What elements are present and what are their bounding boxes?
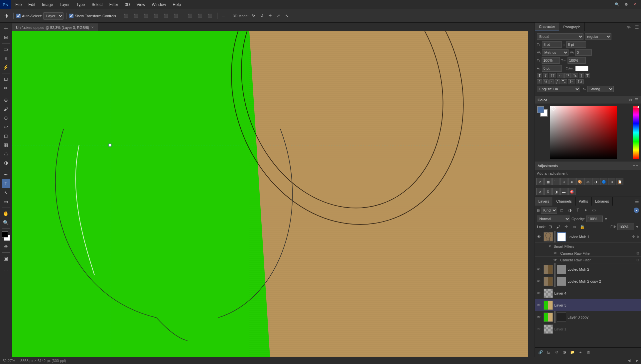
menu-view[interactable]: View bbox=[133, 0, 149, 9]
filter-adj[interactable]: ◑ bbox=[567, 207, 573, 214]
close-btn[interactable]: ✕ bbox=[631, 0, 638, 9]
filter-type[interactable]: T bbox=[575, 207, 581, 214]
menu-type[interactable]: Type bbox=[73, 0, 88, 9]
layer-eye-1[interactable]: 👁 bbox=[537, 234, 542, 239]
tool-extra[interactable]: ⋯ bbox=[2, 266, 10, 274]
btn-new-layer[interactable]: + bbox=[577, 349, 584, 356]
underline-btn[interactable]: T bbox=[579, 73, 584, 78]
layer-3-copy[interactable]: 👁 Layer 3 copy bbox=[535, 311, 641, 323]
layer-smart-filters[interactable]: ▼ Smart Filters bbox=[535, 243, 641, 250]
3d-slide[interactable]: ⤢ bbox=[275, 12, 282, 20]
menu-edit[interactable]: Edit bbox=[25, 0, 39, 9]
layer-1[interactable]: 👁 Layer 1 bbox=[535, 323, 641, 335]
adj-selective-color[interactable]: 🎯 bbox=[568, 188, 576, 195]
layer-eye-2[interactable]: 👁 bbox=[537, 267, 542, 272]
tool-brush[interactable]: 🖌 bbox=[2, 105, 10, 113]
3d-pan[interactable]: ✛ bbox=[267, 12, 274, 20]
layers-tab-layers[interactable]: Layers bbox=[535, 197, 553, 206]
menu-window[interactable]: Window bbox=[149, 0, 170, 9]
adj-hsl[interactable]: 🎨 bbox=[576, 178, 583, 185]
distribute-3[interactable]: ⬛ bbox=[206, 12, 214, 20]
tool-history-brush[interactable]: ↩ bbox=[2, 123, 10, 131]
options-btn[interactable]: ⚙ bbox=[623, 0, 630, 9]
tool-crop[interactable]: ⊡ bbox=[2, 75, 10, 83]
text-color-swatch[interactable] bbox=[575, 66, 588, 71]
leading-input[interactable] bbox=[566, 41, 586, 48]
frac-btn[interactable]: ½ bbox=[543, 79, 549, 84]
font-size-input[interactable] bbox=[542, 41, 562, 48]
align-center-h[interactable]: ⬛ bbox=[132, 12, 140, 20]
adj-photo-filter[interactable]: 🔵 bbox=[600, 178, 607, 185]
titling-btn[interactable]: Tₐ bbox=[561, 79, 567, 84]
foreground-color-swatch[interactable] bbox=[2, 231, 8, 237]
layers-kind-select[interactable]: Kind bbox=[541, 207, 557, 214]
tool-clone[interactable]: ⊙ bbox=[2, 114, 10, 122]
align-bottom[interactable]: ⬛ bbox=[172, 12, 180, 20]
layer-eye-crf2[interactable]: 👁 bbox=[554, 258, 559, 262]
lock-all[interactable]: 🔒 bbox=[579, 224, 585, 230]
kerning-select[interactable]: MetricsOptical0 bbox=[542, 49, 569, 56]
lock-transparent[interactable]: ⊡ bbox=[547, 224, 554, 230]
baseline-input[interactable] bbox=[542, 65, 562, 72]
fill-input[interactable] bbox=[617, 224, 634, 230]
tool-quick-select[interactable]: ⚡ bbox=[2, 63, 10, 71]
color-picker-canvas[interactable] bbox=[550, 106, 617, 159]
align-center-v[interactable]: ⬛ bbox=[162, 12, 170, 20]
adj-channel-mixer[interactable]: ⊕ bbox=[608, 178, 615, 185]
filter-toggle[interactable]: ● bbox=[634, 208, 639, 213]
menu-filter[interactable]: Filter bbox=[106, 0, 122, 9]
tool-blur[interactable]: ◌ bbox=[2, 149, 10, 158]
superscript-btn[interactable]: T¹ bbox=[564, 73, 571, 78]
color-panel-expand[interactable]: ≫ bbox=[628, 97, 633, 102]
tool-healing[interactable]: ⊕ bbox=[2, 96, 10, 104]
layers-tab-libraries[interactable]: Libraries bbox=[592, 197, 613, 206]
disc-lig-btn[interactable]: 1½ bbox=[576, 79, 584, 84]
btn-new-group[interactable]: 📁 bbox=[569, 349, 576, 356]
menu-file[interactable]: File bbox=[12, 0, 25, 9]
layer-lovlec-muh-1[interactable]: 👁 Lovlec Muh 1 ⚙ ⊕ bbox=[535, 231, 641, 243]
crf1-blend[interactable]: ⊡ bbox=[636, 251, 639, 255]
tab-character[interactable]: Character bbox=[535, 23, 559, 31]
antialias-select[interactable]: StrongSmoothCrispNone bbox=[587, 86, 614, 92]
menu-3d[interactable]: 3D bbox=[121, 0, 133, 9]
tool-lasso[interactable]: ⌾ bbox=[2, 54, 10, 62]
layer-lovlec-muh-2-copy-2[interactable]: 👁 Lovlec Muh 2 copy 2 bbox=[535, 275, 641, 287]
status-nav-next[interactable]: ▶ bbox=[636, 358, 638, 363]
3d-roll[interactable]: ↺ bbox=[258, 12, 265, 20]
tool-shape[interactable]: ▭ bbox=[2, 197, 10, 206]
adj-collapse[interactable]: − bbox=[632, 163, 635, 168]
filter-pixel[interactable]: ◻ bbox=[559, 207, 565, 214]
move-tool-options[interactable] bbox=[2, 12, 11, 20]
layer-options-1[interactable]: ⚙ bbox=[632, 235, 635, 238]
transform-check[interactable]: Show Transform Controls bbox=[69, 14, 116, 18]
tool-move[interactable]: ✛ bbox=[2, 24, 10, 33]
adj-color-lookup[interactable]: 📋 bbox=[616, 178, 623, 185]
char-panel-expand[interactable]: ≫ bbox=[624, 23, 633, 31]
btn-link-layers[interactable]: 🔗 bbox=[537, 349, 544, 356]
tool-screen-mode[interactable]: ▣ bbox=[2, 254, 10, 263]
adj-invert[interactable]: ⊘ bbox=[536, 188, 544, 195]
font-style-select[interactable]: regular bbox=[585, 33, 611, 40]
tool-dodge[interactable]: ◑ bbox=[2, 158, 10, 167]
btn-delete-layer[interactable]: 🗑 bbox=[585, 349, 592, 356]
layer-camera-raw-2[interactable]: 👁 Camera Raw Filter ⊡ bbox=[535, 257, 641, 263]
layer-eye-crf1[interactable]: 👁 bbox=[554, 251, 559, 255]
layer-mask-btn-1[interactable]: ⊕ bbox=[636, 235, 639, 238]
adj-curves[interactable]: ⌒ bbox=[552, 178, 560, 185]
allcaps-btn[interactable]: TT bbox=[549, 73, 556, 78]
layers-tab-channels[interactable]: Channels bbox=[553, 197, 575, 206]
liga-btn[interactable]: fi bbox=[537, 79, 542, 84]
tool-artboard[interactable]: ⊞ bbox=[2, 33, 10, 42]
layer-eye-6[interactable]: 👁 bbox=[537, 315, 542, 319]
layers-tab-paths[interactable]: Paths bbox=[576, 197, 592, 206]
italic-btn[interactable]: T bbox=[543, 73, 548, 78]
status-nav-prev[interactable]: ◀ bbox=[628, 358, 630, 363]
adj-color-balance[interactable]: ⚖ bbox=[584, 178, 591, 185]
btn-new-adj[interactable]: ◑ bbox=[561, 349, 568, 356]
adj-levels[interactable]: ▦ bbox=[544, 178, 552, 185]
more-options[interactable]: ... bbox=[220, 12, 227, 20]
menu-image[interactable]: Image bbox=[39, 0, 56, 9]
align-top[interactable]: ⬛ bbox=[152, 12, 160, 20]
search-btn[interactable]: 🔍 bbox=[613, 0, 621, 9]
strikethrough-btn[interactable]: T̶ bbox=[585, 73, 590, 78]
